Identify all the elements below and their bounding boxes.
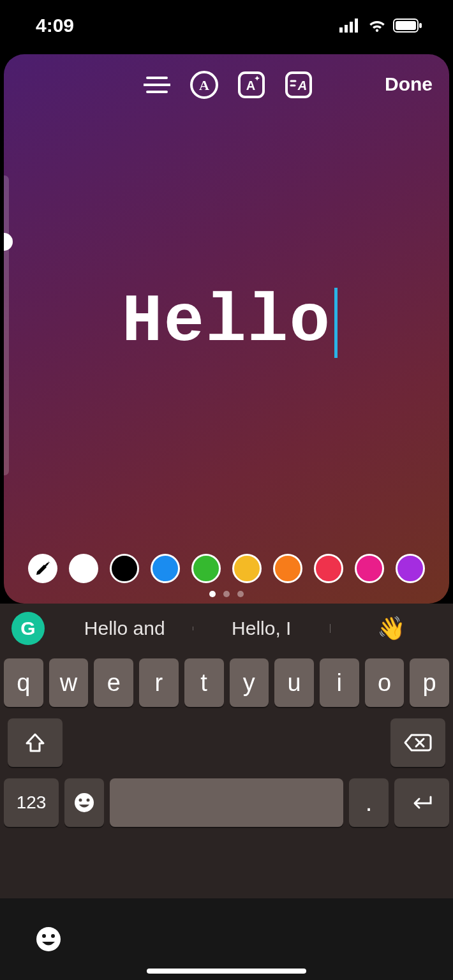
svg-rect-6 (419, 23, 422, 28)
wifi-icon (368, 19, 387, 33)
text-value[interactable]: Hello (122, 284, 331, 360)
color-swatch-white[interactable] (69, 554, 98, 583)
color-swatch-blue[interactable] (151, 554, 180, 583)
backspace-key[interactable] (390, 718, 445, 767)
cellular-icon (339, 19, 361, 33)
key-u[interactable]: u (274, 658, 314, 707)
return-key[interactable] (394, 778, 449, 827)
story-canvas[interactable]: A A✦ A Done Hello (4, 54, 449, 604)
suggestion-bar: G Hello and Hello, I 👋 (0, 604, 453, 653)
bottom-bar (0, 898, 453, 980)
suggestion-2[interactable]: Hello, I (193, 618, 329, 639)
story-top-toolbar: A A✦ A Done (4, 62, 449, 108)
svg-text:✦: ✦ (254, 74, 260, 83)
svg-point-23 (87, 799, 90, 802)
align-icon[interactable] (142, 70, 172, 100)
color-swatch-purple[interactable] (396, 554, 425, 583)
key-r[interactable]: r (139, 658, 179, 707)
battery-icon (393, 19, 422, 33)
home-indicator[interactable] (147, 969, 306, 974)
keyboard-row-1: qwertyuiop (4, 658, 449, 707)
color-swatch-red[interactable] (314, 554, 343, 583)
svg-point-22 (79, 799, 82, 802)
text-animation-icon[interactable]: A (283, 70, 314, 100)
key-p[interactable]: p (410, 658, 449, 707)
font-style-icon[interactable]: A (189, 70, 219, 100)
key-t[interactable]: t (184, 658, 224, 707)
key-i[interactable]: i (320, 658, 359, 707)
svg-rect-1 (345, 25, 348, 33)
svg-rect-2 (350, 22, 353, 33)
text-input-area[interactable]: Hello (4, 284, 449, 360)
page-dot[interactable] (223, 591, 230, 597)
svg-point-26 (51, 934, 55, 938)
color-swatch-orange[interactable] (273, 554, 302, 583)
keyboard-row-4: 123 . (4, 778, 449, 827)
emoji-keyboard-button[interactable] (34, 925, 63, 953)
svg-point-25 (42, 934, 46, 938)
key-e[interactable]: e (94, 658, 133, 707)
eyedropper-button[interactable] (28, 554, 57, 583)
text-size-slider-knob[interactable] (4, 233, 13, 251)
color-swatch-green[interactable] (191, 554, 221, 583)
svg-rect-5 (396, 21, 416, 30)
svg-point-24 (36, 927, 61, 951)
key-q[interactable]: q (4, 658, 43, 707)
shift-key[interactable] (8, 718, 63, 767)
done-button[interactable]: Done (385, 73, 433, 95)
grammarly-icon[interactable]: G (11, 612, 45, 645)
svg-rect-3 (355, 19, 358, 33)
status-bar: 4:09 (0, 0, 453, 51)
numbers-key[interactable]: 123 (4, 778, 59, 827)
svg-point-21 (75, 793, 94, 812)
color-palette (4, 554, 449, 583)
key-y[interactable]: y (230, 658, 269, 707)
palette-pagination (4, 591, 449, 597)
color-swatch-yellow[interactable] (232, 554, 262, 583)
space-key[interactable] (110, 778, 343, 827)
keyboard: qwertyuiop 123 . (0, 653, 453, 827)
suggestion-3[interactable]: 👋 (330, 615, 453, 642)
svg-rect-0 (339, 27, 343, 33)
return-icon (409, 794, 434, 811)
status-time: 4:09 (36, 15, 74, 36)
color-swatch-black[interactable] (110, 554, 139, 583)
suggestion-1[interactable]: Hello and (56, 618, 193, 639)
eyedropper-icon (34, 560, 52, 577)
emoji-icon (73, 791, 96, 814)
emoji-key[interactable] (64, 778, 104, 827)
status-indicators (339, 19, 422, 33)
text-caret (334, 288, 338, 358)
keyboard-row-3 (4, 718, 449, 767)
svg-text:A: A (297, 78, 307, 93)
text-effects-icon[interactable]: A✦ (236, 70, 267, 100)
key-w[interactable]: w (49, 658, 89, 707)
period-key[interactable]: . (349, 778, 389, 827)
color-swatch-pink[interactable] (355, 554, 384, 583)
backspace-icon (404, 733, 432, 752)
page-dot[interactable] (209, 591, 216, 597)
emoji-face-icon (34, 925, 63, 953)
svg-text:A: A (199, 77, 209, 93)
shift-icon (24, 732, 46, 754)
page-dot[interactable] (237, 591, 244, 597)
key-o[interactable]: o (365, 658, 405, 707)
